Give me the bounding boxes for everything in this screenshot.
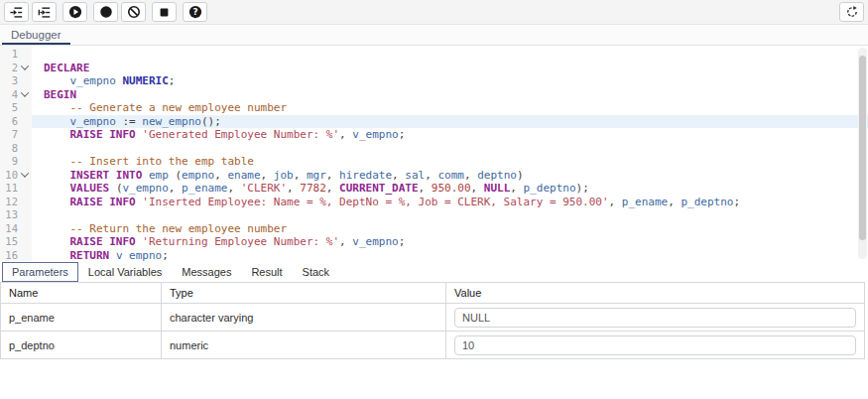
stop-button[interactable] [152,2,177,22]
grid-header-name: Name [1,283,162,304]
line-number[interactable]: 10 [0,169,18,183]
breakpoint-button-group [93,2,146,22]
tab-debugger[interactable]: Debugger [2,25,70,45]
toggle-breakpoint-button[interactable] [93,2,118,22]
code-line[interactable] [44,48,868,62]
gutter-line[interactable]: 14 [0,222,32,236]
line-number[interactable]: 12 [0,196,18,209]
code-line[interactable]: INSERT INTO emp (empno, ename, job, mgr,… [44,169,868,183]
grid-header-value: Value [446,283,865,304]
continue-button-group [62,2,87,22]
code-line[interactable]: -- Insert into the emp table [44,155,868,169]
debugger-window: ? Debugger 12345678910111213141516 DECLA… [0,0,868,399]
line-number[interactable]: 14 [0,222,18,236]
parameters-grid: NameTypeValue p_enamecharacter varyingp_… [0,282,865,359]
line-number[interactable]: 7 [0,128,18,142]
code-line[interactable]: RAISE INFO 'Generated Employee Number: %… [44,128,868,142]
gutter-line[interactable]: 5 [0,101,32,115]
gutter-line[interactable]: 6 [0,115,32,129]
code-line[interactable]: v_empno NUMERIC; [44,74,868,88]
refresh-button[interactable] [839,2,864,22]
fold-column [18,65,32,70]
gutter-line[interactable]: 9 [0,155,32,169]
line-number[interactable]: 9 [0,155,18,169]
step-into-button[interactable] [4,2,29,22]
gutter-line[interactable]: 1 [0,48,32,62]
gutter-line[interactable]: 2 [0,62,32,75]
param-value-cell [446,332,865,359]
help-circle-icon: ? [188,5,202,19]
code-line[interactable]: v_empno := new_empno(); [32,115,868,129]
grid-body: p_enamecharacter varyingp_deptnonumeric [1,304,865,359]
play-circle-icon [68,5,82,19]
panel-tab-result[interactable]: Result [241,262,292,282]
param-value-cell [446,304,865,332]
line-number[interactable]: 6 [0,115,18,129]
param-value-input[interactable] [454,335,856,355]
gutter-line[interactable]: 15 [0,235,32,249]
panel-tab-stack[interactable]: Stack [293,262,340,282]
code-line[interactable] [44,208,868,222]
line-number[interactable]: 4 [0,88,18,102]
fold-column [18,91,32,97]
fold-column [18,172,32,178]
footer-empty-area [0,359,868,399]
line-number[interactable]: 1 [0,48,18,62]
gutter-line[interactable]: 13 [0,208,32,222]
debug-toolbar: ? [0,0,868,25]
step-over-button[interactable] [32,2,57,22]
gutter-line[interactable]: 10 [0,169,32,183]
param-name-cell: p_ename [1,304,162,332]
panel-tab-parameters[interactable]: Parameters [2,262,78,282]
grid-row: p_deptnonumeric [1,332,865,359]
code-line[interactable]: RAISE INFO 'Returning Employee Number: %… [44,235,868,249]
code-line[interactable] [44,142,868,156]
no-entry-icon [127,5,141,19]
gutter-line[interactable]: 11 [0,182,32,196]
refresh-icon [845,5,859,19]
gutter-line[interactable]: 12 [0,196,32,209]
continue-button[interactable] [62,2,87,22]
code-line[interactable]: -- Generate a new employee number [44,101,868,115]
code-line[interactable]: DECLARE [44,62,868,75]
line-number[interactable]: 2 [0,62,18,75]
line-number[interactable]: 15 [0,235,18,249]
code-line[interactable]: RETURN v_empno; [44,249,868,262]
grid-header-row: NameTypeValue [1,283,865,304]
gutter-line[interactable]: 4 [0,88,32,102]
panel-tab-local-variables[interactable]: Local Variables [78,262,172,282]
grid-row: p_enamecharacter varying [1,304,865,332]
fold-chevron-icon[interactable] [21,63,29,70]
code-line[interactable]: VALUES (v_empno, p_ename, 'CLERK', 7782,… [44,182,868,196]
svg-text:?: ? [192,7,197,17]
line-number[interactable]: 16 [0,249,18,262]
editor-scrollbar-track[interactable] [858,48,867,259]
line-number[interactable]: 8 [0,142,18,156]
gutter-line[interactable]: 3 [0,74,32,88]
fold-chevron-icon[interactable] [21,170,29,178]
line-number[interactable]: 3 [0,74,18,88]
help-button[interactable]: ? [183,2,207,22]
stop-square-icon [158,6,171,19]
line-number[interactable]: 11 [0,182,18,196]
code-line[interactable]: RAISE INFO 'Inserted Employee: Name = %,… [44,196,868,209]
param-type-cell: character varying [162,304,446,332]
editor-code[interactable]: DECLARE v_empno NUMERIC;BEGIN -- Generat… [32,46,868,261]
code-editor[interactable]: 12345678910111213141516 DECLARE v_empno … [0,46,868,261]
gutter-line[interactable]: 8 [0,142,32,156]
code-line[interactable]: -- Return the new employee number [44,222,868,236]
gutter-line[interactable]: 16 [0,249,32,262]
parameters-grid-wrap: NameTypeValue p_enamecharacter varyingp_… [0,282,868,359]
stop-button-group [152,2,177,22]
code-line[interactable]: BEGIN [44,88,868,102]
editor-scrollbar-thumb[interactable] [859,56,866,240]
param-value-input[interactable] [454,308,856,328]
panel-tab-messages[interactable]: Messages [172,262,241,282]
line-number[interactable]: 13 [0,208,18,222]
fold-chevron-icon[interactable] [21,89,29,97]
clear-all-breakpoints-button[interactable] [121,2,146,22]
breakpoint-circle-icon [99,5,113,19]
gutter-line[interactable]: 7 [0,128,32,142]
line-number[interactable]: 5 [0,101,18,115]
panel-tabs: ParametersLocal VariablesMessagesResultS… [0,261,868,282]
